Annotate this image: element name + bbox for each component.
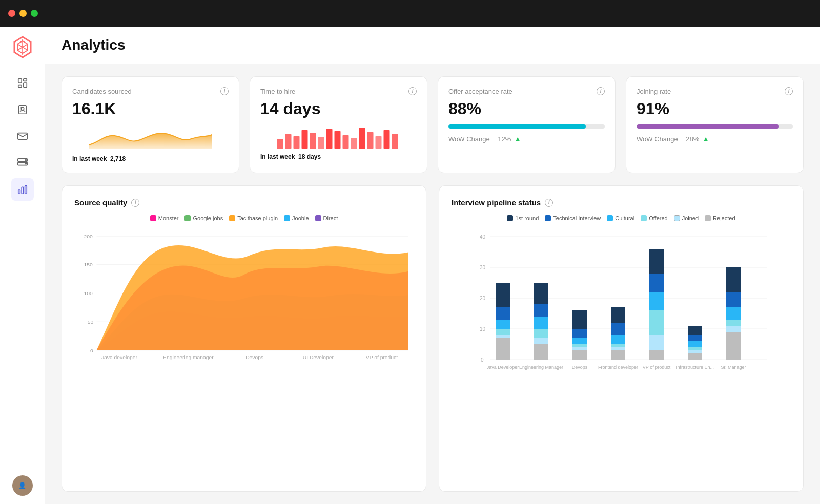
legend-item: Rejected <box>705 215 735 221</box>
sidebar-item-board[interactable] <box>11 72 34 94</box>
chart-title: Source quality i <box>74 198 414 207</box>
info-icon[interactable]: i <box>408 87 417 95</box>
svg-rect-94 <box>726 292 741 307</box>
svg-rect-92 <box>726 320 741 326</box>
legend-item: Direct <box>315 215 338 221</box>
svg-text:VP of product: VP of product <box>643 365 671 370</box>
info-icon[interactable]: i <box>131 199 139 207</box>
metric-value: 88% <box>448 99 605 118</box>
svg-text:Infrastructure En...: Infrastructure En... <box>676 365 714 370</box>
pipeline-bar-chart: 40 30 20 10 0 <box>452 229 791 373</box>
metrics-row: Candidates sourced i 16.1K <box>61 76 804 173</box>
chart-legend: 1st round Technical Interview Cultural <box>452 215 791 221</box>
svg-rect-95 <box>726 267 741 292</box>
chart-title: Interview pipeline status i <box>452 198 791 207</box>
svg-text:Engineering Manager: Engineering Manager <box>519 365 563 370</box>
legend-item: 1st round <box>507 215 539 221</box>
metric-candidates-sourced: Candidates sourced i 16.1K <box>61 76 239 173</box>
metric-footer: In last week 2,718 <box>72 155 229 162</box>
sidebar-item-mail[interactable] <box>11 125 34 148</box>
svg-rect-0 <box>18 79 21 83</box>
svg-text:30: 30 <box>480 265 486 270</box>
svg-rect-71 <box>572 310 587 329</box>
metric-value: 16.1K <box>72 99 229 118</box>
svg-rect-93 <box>726 307 741 320</box>
progress-fill <box>637 124 779 129</box>
svg-rect-66 <box>572 350 587 360</box>
svg-rect-65 <box>534 283 548 304</box>
pipeline-status-card: Interview pipeline status i 1st round Te… <box>439 185 804 492</box>
svg-text:40: 40 <box>480 234 486 240</box>
legend-item: Google jobs <box>184 215 223 221</box>
area-chart: 200 150 100 50 0 <box>74 229 414 363</box>
svg-text:Java Developer: Java Developer <box>487 365 519 370</box>
svg-text:Sr. Manager: Sr. Manager <box>721 365 746 370</box>
sidebar-item-storage[interactable] <box>11 152 34 174</box>
sidebar-item-tasks[interactable] <box>11 98 34 121</box>
sidebar-item-analytics[interactable] <box>11 178 34 201</box>
svg-text:50: 50 <box>88 319 94 324</box>
trend-up-icon: ▲ <box>514 135 521 143</box>
trend-up-icon: ▲ <box>702 135 709 143</box>
wow-change: WoW Change 12% ▲ <box>448 135 605 143</box>
charts-row: Source quality i Monster Google jobs <box>61 185 804 492</box>
legend-item: Tacitbase plugin <box>229 215 278 221</box>
legend-item: Cultural <box>607 215 634 221</box>
titlebar <box>0 0 820 27</box>
svg-rect-21 <box>335 131 341 149</box>
svg-rect-56 <box>496 329 510 335</box>
app-logo[interactable] <box>10 35 35 59</box>
info-icon[interactable]: i <box>597 87 605 95</box>
svg-text:VP of product: VP of product <box>366 354 398 360</box>
info-icon[interactable]: i <box>545 199 553 207</box>
svg-rect-86 <box>688 347 702 350</box>
minimize-button[interactable] <box>19 10 27 17</box>
svg-rect-25 <box>367 132 374 149</box>
svg-rect-91 <box>726 326 741 332</box>
svg-text:0: 0 <box>481 357 484 363</box>
metric-offer-acceptance: Offer acceptance rate i 88% WoW Change 1… <box>438 76 616 173</box>
svg-text:UI Developer: UI Developer <box>303 354 334 360</box>
svg-text:Devops: Devops <box>572 365 588 370</box>
page-title: Analytics <box>61 37 804 53</box>
metric-value: 14 days <box>260 99 417 118</box>
svg-rect-84 <box>688 353 702 360</box>
svg-text:100: 100 <box>84 291 93 296</box>
svg-rect-74 <box>611 344 625 347</box>
svg-rect-72 <box>611 350 625 360</box>
info-icon[interactable]: i <box>220 87 229 95</box>
svg-rect-24 <box>359 128 365 149</box>
svg-rect-14 <box>277 139 283 149</box>
metric-value: 91% <box>637 99 793 118</box>
svg-rect-64 <box>534 304 548 317</box>
svg-rect-89 <box>688 326 702 335</box>
svg-text:20: 20 <box>480 296 486 301</box>
metric-time-to-hire: Time to hire i 14 days <box>250 76 427 173</box>
source-quality-card: Source quality i Monster Google jobs <box>61 185 426 492</box>
metric-footer: In last week 18 days <box>260 153 417 160</box>
svg-rect-55 <box>496 335 510 338</box>
svg-point-10 <box>25 163 26 164</box>
svg-rect-73 <box>611 347 625 350</box>
close-button[interactable] <box>8 10 15 17</box>
svg-rect-81 <box>649 292 664 310</box>
svg-rect-28 <box>392 134 398 149</box>
mini-bar-chart <box>260 124 417 149</box>
svg-text:Frontend developer: Frontend developer <box>598 365 638 370</box>
svg-rect-16 <box>294 136 300 149</box>
svg-rect-2 <box>23 83 26 87</box>
traffic-lights <box>8 10 38 17</box>
svg-rect-75 <box>611 335 625 344</box>
svg-rect-13 <box>25 186 27 194</box>
metric-label: Candidates sourced i <box>72 87 229 95</box>
svg-rect-61 <box>534 338 548 344</box>
svg-rect-88 <box>688 335 702 341</box>
svg-text:Java developer: Java developer <box>101 354 138 360</box>
svg-text:Devops: Devops <box>245 354 263 360</box>
svg-rect-3 <box>18 85 21 88</box>
info-icon[interactable]: i <box>785 87 793 95</box>
svg-point-9 <box>25 160 26 161</box>
user-avatar[interactable]: 👤 <box>12 475 33 496</box>
maximize-button[interactable] <box>31 10 38 17</box>
svg-rect-57 <box>496 320 510 329</box>
